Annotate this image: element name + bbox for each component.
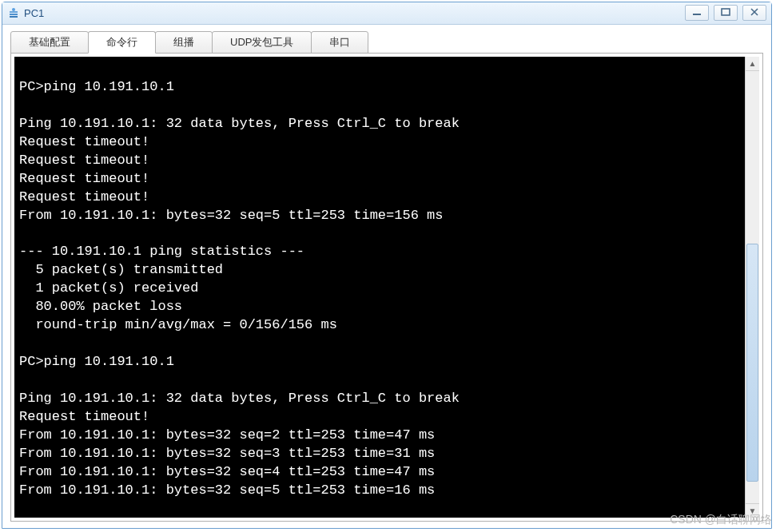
titlebar: PC1 — [2, 2, 771, 25]
window-controls — [685, 5, 766, 21]
tab-udp-tool[interactable]: UDP发包工具 — [212, 31, 312, 54]
svg-rect-1 — [693, 14, 701, 15]
svg-point-0 — [12, 8, 15, 11]
terminal-panel: PC>ping 10.191.10.1 Ping 10.191.10.1: 32… — [10, 53, 763, 522]
close-button[interactable] — [742, 5, 766, 21]
minimize-button[interactable] — [685, 5, 709, 21]
minimize-icon — [692, 7, 702, 18]
scroll-up-button[interactable]: ▲ — [746, 57, 759, 71]
app-icon — [7, 7, 20, 20]
scroll-thumb[interactable] — [746, 244, 758, 482]
tab-bar: 基础配置 命令行 组播 UDP发包工具 串口 — [10, 31, 763, 54]
tab-multicast[interactable]: 组播 — [155, 31, 213, 54]
terminal[interactable]: PC>ping 10.191.10.1 Ping 10.191.10.1: 32… — [14, 57, 745, 518]
svg-rect-2 — [722, 9, 730, 15]
tab-serial[interactable]: 串口 — [311, 31, 368, 54]
content-area: 基础配置 命令行 组播 UDP发包工具 串口 PC>ping 10.191.10… — [2, 25, 771, 528]
scrollbar[interactable]: ▲ ▼ — [745, 57, 759, 518]
app-window: PC1 基础配置 命令行 组播 UDP发包工具 串口 PC>ping 10.19… — [2, 2, 772, 529]
scroll-track[interactable] — [746, 71, 759, 503]
tab-command-line[interactable]: 命令行 — [88, 31, 156, 54]
maximize-icon — [721, 7, 730, 18]
watermark: CSDN @白话聊网络 — [670, 513, 772, 527]
maximize-button[interactable] — [714, 5, 738, 21]
window-title: PC1 — [24, 7, 44, 19]
tab-basic-config[interactable]: 基础配置 — [10, 31, 89, 54]
close-icon — [750, 7, 759, 18]
